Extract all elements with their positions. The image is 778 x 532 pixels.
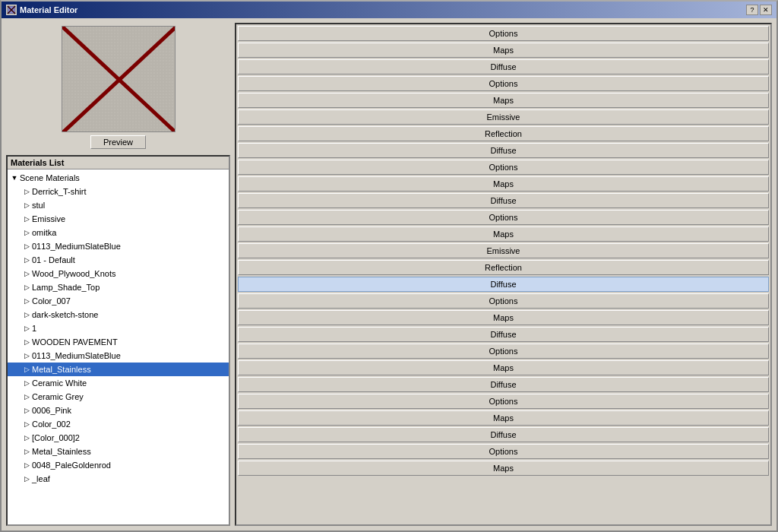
material-editor-window: Material Editor ? ✕	[0, 0, 778, 532]
tree-item-label: Metal_Stainless	[32, 365, 227, 374]
panel-button-maps[interactable]: Maps	[238, 461, 769, 476]
panel-button-diffuse[interactable]: Diffuse	[238, 59, 769, 74]
tree-item[interactable]: ▷ 0113_MediumSlateBlue	[8, 349, 229, 363]
tree-item-label: 0113_MediumSlateBlue	[32, 242, 227, 251]
title-bar-buttons: ? ✕	[746, 5, 772, 15]
tree-root-label: Scene Materials	[20, 173, 80, 182]
tree-item-label: Ceramic White	[32, 378, 227, 388]
tree-item-arrow: ▷	[21, 270, 32, 277]
tree-item-arrow: ▷	[21, 379, 32, 387]
tree-item-arrow: ▷	[21, 352, 32, 359]
tree-item-arrow: ▷	[21, 434, 32, 442]
window-icon	[6, 5, 17, 15]
panel-button-options[interactable]: Options	[238, 210, 769, 225]
tree-item[interactable]: ▷ Metal_Stainless	[8, 363, 229, 376]
tree-item-label: Lamp_Shade_Top	[32, 283, 227, 292]
panel-button-options[interactable]: Options	[238, 394, 769, 409]
tree-item-arrow: ▷	[21, 242, 32, 250]
materials-list-header: Materials List	[8, 157, 229, 169]
tree-item-arrow: ▷	[21, 229, 32, 236]
panel-button-diffuse[interactable]: Diffuse	[238, 143, 769, 158]
tree-item-label: 0048_PaleGoldenrod	[32, 461, 227, 470]
tree-root-item[interactable]: ▼ Scene Materials	[8, 171, 229, 185]
panel-button-maps[interactable]: Maps	[238, 360, 769, 375]
tree-item[interactable]: ▷ [Color_000]2	[8, 431, 229, 445]
tree-item-label: 01 - Default	[32, 255, 227, 264]
preview-area: Preview	[6, 23, 230, 152]
tree-item-arrow: ▷	[21, 407, 32, 414]
tree-item-arrow: ▷	[21, 420, 32, 428]
panel-button-diffuse[interactable]: Diffuse	[238, 377, 769, 392]
tree-item[interactable]: ▷ 0113_MediumSlateBlue	[8, 239, 229, 253]
materials-list-container: Materials List ▼ Scene Materials ▷ Derri…	[6, 155, 230, 526]
tree-item-label: Derrick_T-shirt	[32, 187, 227, 196]
panel-button-maps[interactable]: Maps	[238, 93, 769, 108]
tree-item[interactable]: ▷ 01 - Default	[8, 253, 229, 267]
panel-button-options[interactable]: Options	[238, 344, 769, 359]
tree-item-label: Ceramic Grey	[32, 392, 227, 401]
panel-button-maps[interactable]: Maps	[238, 310, 769, 325]
panel-button-diffuse[interactable]: Diffuse	[238, 327, 769, 342]
tree-item-arrow: ▷	[21, 256, 32, 264]
right-panel: OptionsMapsDiffuseOptionsMapsEmissiveRef…	[235, 23, 772, 526]
tree-item-arrow: ▷	[21, 461, 32, 469]
tree-item[interactable]: ▷ Wood_Plywood_Knots	[8, 267, 229, 280]
panel-button-maps[interactable]: Maps	[238, 410, 769, 426]
panel-button-diffuse[interactable]: Diffuse	[238, 193, 769, 208]
tree-item-arrow: ▷	[21, 201, 32, 209]
panel-button-reflection[interactable]: Reflection	[238, 126, 769, 141]
panel-button-options[interactable]: Options	[238, 160, 769, 175]
tree-item[interactable]: ▷ stul	[8, 198, 229, 212]
panel-button-options[interactable]: Options	[238, 293, 769, 309]
tree-item[interactable]: ▷ omitka	[8, 226, 229, 239]
tree-item-arrow: ▷	[21, 215, 32, 223]
panel-button-options[interactable]: Options	[238, 444, 769, 459]
tree-item-label: omitka	[32, 228, 227, 237]
tree-item-label: WOODEN PAVEMENT	[32, 337, 227, 347]
window-content: Preview Materials List ▼ Scene Materials…	[2, 18, 776, 530]
title-bar-left: Material Editor	[6, 5, 77, 15]
panel-button-maps[interactable]: Maps	[238, 43, 769, 58]
panel-button-diffuse[interactable]: Diffuse	[238, 277, 769, 292]
tree-item[interactable]: ▷ Derrick_T-shirt	[8, 185, 229, 198]
tree-item[interactable]: ▷ Ceramic White	[8, 376, 229, 390]
tree-item[interactable]: ▷ _leaf	[8, 472, 229, 486]
tree-item[interactable]: ▷ Emissive	[8, 212, 229, 226]
panel-button-reflection[interactable]: Reflection	[238, 260, 769, 275]
panel-button-maps[interactable]: Maps	[238, 176, 769, 192]
panel-button-emissive[interactable]: Emissive	[238, 109, 769, 125]
tree-item-arrow: ▷	[21, 448, 32, 455]
tree-item-arrow: ▷	[21, 393, 32, 401]
tree-item-label: dark-sketch-stone	[32, 310, 227, 319]
tree-item[interactable]: ▷ WOODEN PAVEMENT	[8, 335, 229, 349]
tree-item-label: Metal_Stainless	[32, 447, 227, 456]
panel-button-options[interactable]: Options	[238, 26, 769, 41]
tree-item[interactable]: ▷ Lamp_Shade_Top	[8, 280, 229, 294]
tree-item-label: Color_002	[32, 420, 227, 429]
close-button[interactable]: ✕	[760, 5, 772, 15]
panel-button-maps[interactable]: Maps	[238, 226, 769, 242]
tree-item[interactable]: ▷ Color_002	[8, 417, 229, 431]
tree-item[interactable]: ▷ 0048_PaleGoldenrod	[8, 458, 229, 472]
tree-item[interactable]: ▷ Ceramic Grey	[8, 390, 229, 404]
panel-buttons-container: OptionsMapsDiffuseOptionsMapsEmissiveRef…	[238, 26, 769, 476]
tree-item[interactable]: ▷ Color_007	[8, 294, 229, 308]
right-panel-scroll[interactable]: OptionsMapsDiffuseOptionsMapsEmissiveRef…	[236, 24, 770, 524]
tree-root: ▼ Scene Materials ▷ Derrick_T-shirt ▷ st…	[8, 169, 229, 487]
panel-button-diffuse[interactable]: Diffuse	[238, 427, 769, 442]
preview-button[interactable]: Preview	[90, 135, 146, 149]
tree-item[interactable]: ▷ 0006_Pink	[8, 404, 229, 417]
help-button[interactable]: ?	[746, 5, 758, 15]
tree-item-arrow: ▷	[21, 188, 32, 195]
panel-button-options[interactable]: Options	[238, 76, 769, 91]
tree-item-arrow: ▷	[21, 325, 32, 332]
window-title: Material Editor	[20, 5, 77, 14]
tree-item-arrow: ▷	[21, 283, 32, 291]
tree-item-label: _leaf	[32, 474, 227, 483]
tree-item[interactable]: ▷ Metal_Stainless	[8, 445, 229, 458]
panel-button-emissive[interactable]: Emissive	[238, 243, 769, 258]
tree-item[interactable]: ▷ dark-sketch-stone	[8, 308, 229, 321]
tree-item[interactable]: ▷ 1	[8, 321, 229, 335]
materials-list-body[interactable]: ▼ Scene Materials ▷ Derrick_T-shirt ▷ st…	[8, 169, 229, 524]
tree-item-arrow: ▷	[21, 338, 32, 346]
